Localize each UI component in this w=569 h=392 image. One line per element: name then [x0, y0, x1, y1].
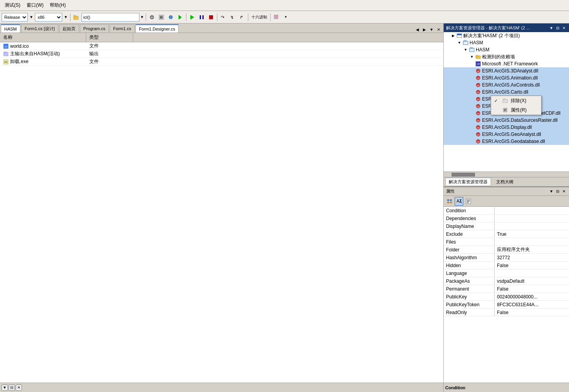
tree-dll1-label: ESRI.ArcGIS.Animation.dll [481, 75, 538, 81]
tab-bar: HASM Form1.cs [设计] 起始页 Program.cs Form1.… [0, 23, 443, 33]
toolbar-btn-4[interactable] [176, 13, 184, 22]
props-key-dependencies: Dependencies [444, 215, 495, 222]
tree-dll-3[interactable]: ref ESRI.ArcGIS.Carto.dll [444, 89, 569, 96]
props-close-btn[interactable]: ✕ [561, 189, 567, 194]
left-bottom-btn-3[interactable]: ✕ [16, 385, 22, 391]
dll-icon-1: ref [475, 75, 481, 81]
h-scroll-thumb[interactable] [452, 173, 475, 177]
tree-expand-deps[interactable]: ▼ [469, 54, 475, 60]
context-menu-properties[interactable]: 属性(R) [491, 105, 541, 115]
props-float-btn[interactable]: ⊟ [555, 189, 560, 194]
file-name-2: exe 卸载.exe [0, 58, 86, 66]
toolbar-more-button[interactable] [272, 13, 281, 22]
props-pages-btn[interactable] [464, 197, 473, 206]
tab-hasm[interactable]: HASM [1, 24, 20, 33]
toolbar-stop-button[interactable] [207, 13, 215, 22]
tree-dll5-indent [444, 103, 475, 109]
tab-form1-designer-cs[interactable]: Form1.Designer.cs [135, 24, 179, 33]
file-type-2: 文件 [86, 58, 102, 66]
props-row-folder: Folder 应用程序文件夹 [444, 246, 569, 254]
props-row-exclude: Exclude True [444, 230, 569, 238]
se-close-btn[interactable]: ✕ [561, 25, 567, 31]
tree-dll-7[interactable]: ref ESRI.ArcGIS.DataSourcesRaster.dll [444, 117, 569, 124]
tree-dotnet[interactable]: .net Microsoft .NET Framework [444, 60, 569, 67]
open-folder-button[interactable] [72, 13, 81, 22]
tree-dll4-indent [444, 96, 475, 102]
menu-test[interactable]: 测试(S) [2, 0, 23, 10]
menu-help[interactable]: 帮助(H) [47, 0, 69, 10]
props-categorize-btn[interactable] [445, 197, 454, 206]
toolbar-step-over[interactable]: ↷ [219, 13, 228, 22]
tree-deps-i3 [456, 54, 462, 60]
tree-expand-root[interactable]: ▶ [450, 33, 456, 39]
se-tab-document-outline[interactable]: 文档大纲 [493, 178, 517, 186]
file-icon-ico: ico [3, 43, 9, 49]
tree-deps-i1 [444, 54, 450, 60]
toolbar-btn-2[interactable]: ⊞ [157, 13, 166, 22]
properties-panel: 属性 ▼ ⊟ ✕ AZ [444, 187, 569, 392]
tree-dll-1[interactable]: ref ESRI.ArcGIS.Animation.dll [444, 74, 569, 81]
se-minimize-btn[interactable]: ▼ [549, 25, 554, 31]
tree-dll-8[interactable]: ref ESRI.ArcGIS.Display.dll [444, 124, 569, 131]
toolbar-step-into[interactable]: ↯ [228, 13, 237, 22]
props-alphabetic-btn[interactable]: AZ [455, 197, 463, 206]
configuration-select[interactable]: Release [2, 13, 28, 22]
toolbar-dropdown-arrow: ▼ [29, 15, 34, 19]
tree-h-scroll[interactable] [444, 172, 569, 177]
dll-icon-8: ref [475, 124, 481, 130]
props-row-publickey: PublicKey 00240000048000... [444, 293, 569, 301]
file-icon-proj [3, 51, 9, 57]
right-panel: 解决方案资源管理器 - 解决方案'HASM' (2 ... ▼ ⊟ ✕ ▶ [444, 23, 569, 392]
tree-deps[interactable]: ▼ 检测到的依赖项 [444, 53, 569, 60]
tree-hasm-2[interactable]: ▼ HASM [444, 46, 569, 53]
toolbar-pause-button[interactable] [197, 13, 206, 22]
tree-dll8-indent [444, 124, 475, 130]
function-dropdown[interactable]: ▼ [140, 15, 144, 19]
tree-expand-hasm2[interactable]: ▼ [462, 47, 469, 53]
properties-icon [502, 107, 508, 113]
props-minimize-btn[interactable]: ▼ [549, 189, 554, 194]
se-tab-solution-explorer[interactable]: 解决方案资源管理器 [445, 178, 491, 186]
tab-program-cs[interactable]: Program.cs [80, 24, 109, 33]
file-row-0[interactable]: ico world.ico 文件 [0, 42, 443, 50]
tree-dll-4-container: ref ESRI.ArcG... ✓ [444, 96, 569, 103]
left-bottom-btn-2[interactable]: ⊟ [9, 385, 15, 391]
toolbar-btn-1[interactable]: ↩ [148, 13, 156, 22]
toolbar-btn-3[interactable]: i [166, 13, 175, 22]
tree-hasm-1[interactable]: ▼ HASM [444, 39, 569, 46]
toolbar-run-button[interactable] [188, 13, 197, 22]
tree-dll-10[interactable]: ref ESRI.ArcGIS.Geodatabase.dll [444, 138, 569, 145]
tree-indent-2c [456, 47, 462, 53]
tab-form1-design[interactable]: Form1.cs [设计] [21, 24, 58, 33]
tree-root[interactable]: ▶ 解决方案'HASM' (2 个项目) [444, 32, 569, 39]
tab-close-button[interactable]: ✕ [435, 26, 442, 33]
tree-deps-i2 [450, 54, 456, 60]
svg-text:ref: ref [477, 84, 479, 87]
props-row-readonly: ReadOnly False [444, 309, 569, 316]
toolbar-dropdown-more[interactable]: ▼ [282, 13, 290, 22]
project-icon-1 [462, 40, 469, 46]
tab-start-page[interactable]: 起始页 [59, 24, 79, 33]
file-row-2[interactable]: exe 卸载.exe 文件 [0, 58, 443, 66]
props-bottom-label: Condition [445, 385, 465, 390]
toolbar-hex-button[interactable]: 十六进制 [250, 13, 269, 22]
tree-dll-9[interactable]: ref ESRI.ArcGIS.GeoAnalyst.dll [444, 131, 569, 138]
tab-list-button[interactable]: ▼ [428, 26, 435, 33]
svg-text:↱: ↱ [240, 15, 243, 20]
function-input[interactable] [81, 13, 139, 22]
tab-scroll-right[interactable]: ▶ [421, 26, 428, 33]
tab-scroll-left[interactable]: ◀ [414, 26, 421, 33]
toolbar-step-out[interactable]: ↱ [238, 13, 246, 22]
platform-select[interactable]: x86 [35, 13, 62, 22]
file-row-1[interactable]: 主输出来自HASM(活动) 输出 [0, 50, 443, 58]
tree-dll-2[interactable]: ref ESRI.ArcGIS.AxControls.dll [444, 81, 569, 89]
file-icon-exe: exe [3, 59, 9, 65]
menu-bar: 测试(S) 窗口(W) 帮助(H) [0, 0, 569, 11]
tree-dll-0[interactable]: ref ESRI.ArcGIS.3DAnalyst.dll [444, 67, 569, 74]
left-bottom-btn-1[interactable]: ▼ [2, 385, 8, 391]
tree-expand-hasm1[interactable]: ▼ [456, 40, 462, 46]
se-float-btn[interactable]: ⊟ [555, 25, 560, 31]
menu-window[interactable]: 窗口(W) [23, 0, 47, 10]
context-menu-exclude[interactable]: ✓ 排除(X) [491, 96, 541, 105]
tab-form1-cs[interactable]: Form1.cs [110, 24, 135, 33]
